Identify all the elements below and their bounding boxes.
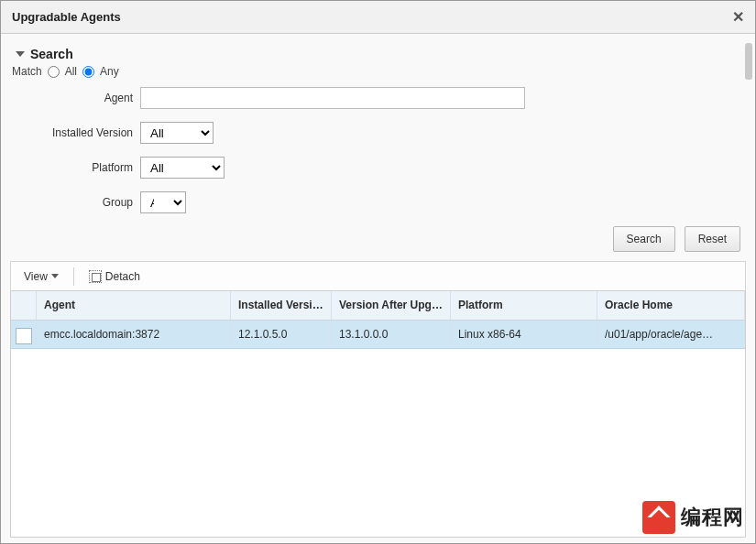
col-installed-version[interactable]: Installed Version xyxy=(231,291,332,320)
col-select xyxy=(11,291,37,320)
search-button[interactable]: Search xyxy=(613,226,675,252)
dialog-title: Upgradable Agents xyxy=(12,10,121,24)
view-label: View xyxy=(24,270,48,283)
search-header[interactable]: Search xyxy=(16,47,746,61)
installed-version-select[interactable]: All xyxy=(140,122,214,144)
group-label: Group xyxy=(10,196,140,209)
watermark: 编程网 xyxy=(642,501,744,534)
detach-button[interactable]: Detach xyxy=(82,267,148,286)
cell-platform: Linux x86-64 xyxy=(451,321,597,348)
watermark-text: 编程网 xyxy=(681,504,744,531)
match-row: Match All Any xyxy=(12,65,746,78)
grid-header-row: Agent Installed Version Version After Up… xyxy=(11,291,745,321)
grid-toolbar: View Detach xyxy=(10,261,746,290)
cell-installed-version: 12.1.0.5.0 xyxy=(231,321,332,348)
platform-label: Platform xyxy=(10,161,140,174)
form-row-group: Group All xyxy=(10,191,746,213)
cell-oracle-home: /u01/app/oracle/age… xyxy=(597,321,745,348)
close-icon[interactable]: ✕ xyxy=(732,8,744,26)
col-version-after[interactable]: Version After Upgrade xyxy=(332,291,451,320)
row-select-cell[interactable] xyxy=(11,321,37,348)
form-row-platform: Platform All xyxy=(10,157,746,179)
table-row[interactable]: emcc.localdomain:3872 12.1.0.5.0 13.1.0.… xyxy=(11,321,745,349)
match-any-label: Any xyxy=(100,65,119,78)
cell-version-after: 13.1.0.0.0 xyxy=(332,321,451,348)
installed-version-label: Installed Version xyxy=(10,126,140,139)
scrollbar-vertical[interactable] xyxy=(744,43,753,534)
match-label: Match xyxy=(12,65,42,78)
chevron-down-icon xyxy=(51,274,59,278)
view-menu[interactable]: View xyxy=(16,267,66,286)
dialog-body: Search Match All Any Agent Installed Ver… xyxy=(1,34,755,543)
agents-grid: Agent Installed Version Version After Up… xyxy=(10,290,746,538)
reset-button[interactable]: Reset xyxy=(685,226,740,252)
disclosure-triangle-icon[interactable] xyxy=(16,51,25,57)
agent-label: Agent xyxy=(10,92,140,104)
match-all-radio[interactable] xyxy=(48,66,60,78)
scrollbar-thumb[interactable] xyxy=(745,43,752,80)
col-platform[interactable]: Platform xyxy=(451,291,597,320)
col-agent[interactable]: Agent xyxy=(37,291,231,320)
detach-label: Detach xyxy=(105,270,140,283)
group-select[interactable]: All xyxy=(140,191,186,213)
match-any-radio[interactable] xyxy=(82,66,94,78)
titlebar: Upgradable Agents ✕ xyxy=(1,1,755,34)
search-title: Search xyxy=(30,47,73,61)
detach-icon xyxy=(89,270,102,283)
form-row-installed-version: Installed Version All xyxy=(10,122,746,144)
dialog: Upgradable Agents ✕ Search Match All Any… xyxy=(0,0,756,544)
platform-select[interactable]: All xyxy=(140,157,225,179)
row-select-box[interactable] xyxy=(16,328,32,344)
cell-agent: emcc.localdomain:3872 xyxy=(37,321,231,348)
col-oracle-home[interactable]: Oracle Home xyxy=(597,291,745,320)
watermark-logo-icon xyxy=(642,501,675,534)
form-row-agent: Agent xyxy=(10,87,746,109)
button-row: Search Reset xyxy=(10,226,740,252)
agent-input[interactable] xyxy=(140,87,525,109)
match-all-label: All xyxy=(65,65,77,78)
toolbar-separator xyxy=(73,267,74,286)
